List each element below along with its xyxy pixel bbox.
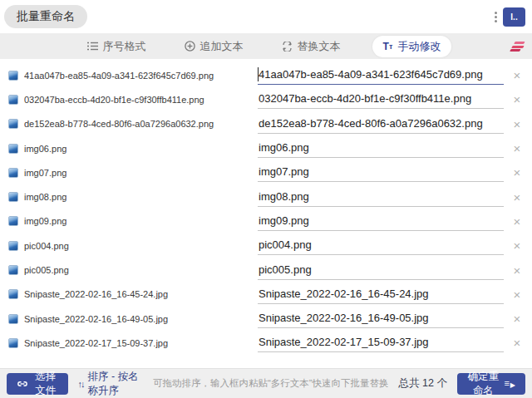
rename-input[interactable] xyxy=(258,212,504,231)
tab-label: 序号格式 xyxy=(103,39,146,54)
drag-hint-text: 可拖动排序，输入框内粘贴“多行文本”快速向下批量替换 xyxy=(153,377,389,390)
remove-file-icon[interactable]: × xyxy=(507,215,527,228)
file-row-left: img06.png xyxy=(8,144,258,154)
tab-label: 追加文本 xyxy=(200,39,244,54)
numbered-list-icon xyxy=(87,42,98,51)
tab-append-text[interactable]: 追加文本 xyxy=(178,36,250,57)
remove-file-icon[interactable]: × xyxy=(507,118,527,130)
file-row: img08.png × xyxy=(0,184,532,209)
image-file-icon xyxy=(8,265,18,275)
image-file-icon xyxy=(8,168,18,178)
rename-input[interactable] xyxy=(258,139,504,158)
file-row-left: pic005.png xyxy=(8,265,258,275)
rename-input-wrap xyxy=(258,261,504,280)
sort-control[interactable]: ↑↓ 排序 - 按名称升序 xyxy=(78,370,143,398)
header-actions: I.. xyxy=(495,0,525,33)
file-row: 032047ba-eccb-4d20-bf1e-c9f30ffb411e.png… xyxy=(0,87,532,111)
remove-file-icon[interactable]: × xyxy=(507,142,527,155)
remove-file-icon[interactable]: × xyxy=(507,93,527,106)
remove-file-icon[interactable]: × xyxy=(507,239,527,252)
rename-input[interactable] xyxy=(258,309,504,328)
rename-input-wrap xyxy=(258,188,504,207)
extension-badge-icon[interactable]: I.. xyxy=(503,7,525,27)
tab-bar: 序号格式 追加文本 替换文本 Tт 手动修改 xyxy=(0,33,532,59)
sort-label: 排序 - 按名称升序 xyxy=(88,370,143,398)
original-filename: pic004.png xyxy=(24,241,69,251)
image-file-icon xyxy=(8,95,18,105)
file-row: img09.png × xyxy=(0,209,532,233)
total-count: 总共 12 个 xyxy=(399,376,447,391)
image-file-icon xyxy=(8,144,18,154)
remove-file-icon[interactable]: × xyxy=(507,69,527,81)
tab-manual-edit[interactable]: Tт 手动修改 xyxy=(372,36,452,57)
remove-file-icon[interactable]: × xyxy=(507,337,527,349)
image-file-icon xyxy=(8,71,18,81)
header: 批量重命名 I.. xyxy=(0,0,532,33)
rename-input[interactable] xyxy=(258,66,504,85)
image-file-icon xyxy=(8,241,18,251)
rename-input[interactable] xyxy=(258,285,504,304)
rename-input[interactable] xyxy=(258,261,504,280)
file-row: Snipaste_2022-02-17_15-09-37.jpg × xyxy=(0,331,532,355)
tab-label: 手动修改 xyxy=(397,39,441,54)
remove-file-icon[interactable]: × xyxy=(507,264,527,277)
replace-icon xyxy=(282,42,293,52)
image-file-icon xyxy=(8,314,18,324)
original-filename: img07.png xyxy=(24,168,66,178)
rename-input[interactable] xyxy=(258,188,504,207)
original-filename: img08.png xyxy=(24,192,66,202)
file-row: pic004.png × xyxy=(0,233,532,258)
confirm-rename-button[interactable]: 确定重命名 ≡▶ xyxy=(457,373,525,395)
tab-serial-format[interactable]: 序号格式 xyxy=(81,36,153,57)
image-file-icon xyxy=(8,338,18,348)
rename-input-wrap xyxy=(258,309,504,328)
file-row: img06.png × xyxy=(0,136,532,160)
image-file-icon xyxy=(8,192,18,202)
remove-file-icon[interactable]: × xyxy=(507,288,527,301)
file-row-left: 032047ba-eccb-4d20-bf1e-c9f30ffb411e.png xyxy=(8,95,258,105)
tab-label: 替换文本 xyxy=(298,39,341,54)
file-row: 41aa047b-ea85-4a09-a341-623f645c7d69.png… xyxy=(0,63,532,87)
original-filename: 41aa047b-ea85-4a09-a341-623f645c7d69.png xyxy=(24,71,214,81)
original-filename: Snipaste_2022-02-17_15-09-37.jpg xyxy=(24,338,168,348)
rename-input-wrap xyxy=(258,212,504,231)
image-file-icon xyxy=(8,289,18,299)
file-row-left: img07.png xyxy=(8,168,258,178)
page-title: 批量重命名 xyxy=(4,5,87,28)
file-row: Snipaste_2022-02-16_16-45-24.jpg × xyxy=(0,283,532,307)
remove-file-icon[interactable]: × xyxy=(507,191,527,204)
rename-input[interactable] xyxy=(258,333,504,352)
kebab-menu-icon[interactable] xyxy=(495,12,497,22)
rename-input-wrap xyxy=(258,333,504,352)
select-files-label: 选择文件 xyxy=(33,370,58,398)
rename-input-wrap xyxy=(258,115,504,134)
select-files-button[interactable]: 选择文件 xyxy=(7,373,68,395)
remove-file-icon[interactable]: × xyxy=(507,312,527,325)
footer-bar: 选择文件 ↑↓ 排序 - 按名称升序 可拖动排序，输入框内粘贴“多行文本”快速向… xyxy=(0,368,532,398)
image-file-icon xyxy=(8,216,18,226)
rename-input-wrap xyxy=(258,66,504,85)
slanted-lines-icon[interactable] xyxy=(510,42,525,53)
tab-replace-text[interactable]: 替换文本 xyxy=(275,36,347,57)
original-filename: img06.png xyxy=(24,144,66,154)
remove-file-icon[interactable]: × xyxy=(507,166,527,179)
rename-input[interactable] xyxy=(258,90,504,109)
file-row: de152ea8-b778-4ced-80f6-a0a7296a0632.png… xyxy=(0,112,532,136)
up-down-arrows-icon: ↑↓ xyxy=(78,379,84,389)
file-row-left: pic004.png xyxy=(8,241,258,251)
batch-rename-window: 批量重命名 I.. 序号格式 追加文本 替换文本 Tт 手动修改 xyxy=(0,0,532,398)
file-list: 41aa047b-ea85-4a09-a341-623f645c7d69.png… xyxy=(0,59,532,356)
file-row-left: img09.png xyxy=(8,216,258,226)
text-caret xyxy=(258,67,259,81)
plus-circle-icon xyxy=(185,41,195,52)
rename-input[interactable] xyxy=(258,236,504,255)
file-row-left: Snipaste_2022-02-17_15-09-37.jpg xyxy=(8,338,258,348)
original-filename: pic005.png xyxy=(24,265,69,275)
rename-input[interactable] xyxy=(258,115,504,134)
original-filename: img09.png xyxy=(24,216,66,226)
file-row-left: 41aa047b-ea85-4a09-a341-623f645c7d69.png xyxy=(8,71,258,81)
rename-input[interactable] xyxy=(258,163,504,182)
file-row: img07.png × xyxy=(0,160,532,184)
file-row-left: img08.png xyxy=(8,192,258,202)
original-filename: Snipaste_2022-02-16_16-45-24.jpg xyxy=(24,289,168,299)
